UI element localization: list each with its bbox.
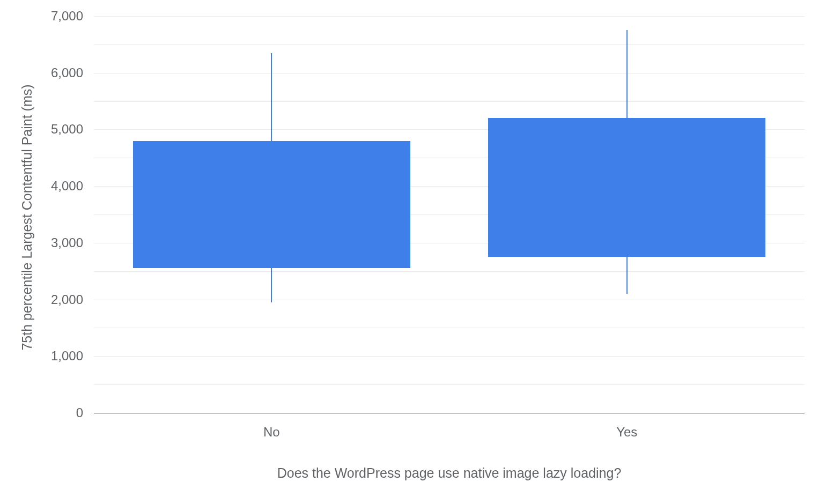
- whisker-lower: [271, 268, 272, 302]
- y-tick-label: 7,000: [51, 9, 94, 24]
- y-tick-label: 5,000: [51, 122, 94, 137]
- x-tick-label: Yes: [616, 413, 637, 440]
- gridline-major: [94, 73, 805, 73]
- y-tick-label: 1,000: [51, 349, 94, 364]
- box: [488, 118, 765, 257]
- y-axis-title: 75th percentile Largest Contentful Paint…: [19, 84, 35, 350]
- y-tick-label: 3,000: [51, 235, 94, 250]
- x-axis-title: Does the WordPress page use native image…: [94, 465, 805, 481]
- gridline-minor: [94, 271, 805, 272]
- y-tick-label: 0: [76, 405, 94, 420]
- gridline-major: [94, 16, 805, 17]
- chart-container: 75th percentile Largest Contentful Paint…: [0, 0, 826, 504]
- gridline-major: [94, 356, 805, 357]
- gridline-minor: [94, 384, 805, 385]
- whisker-upper: [626, 30, 628, 118]
- whisker-upper: [271, 53, 272, 141]
- box: [133, 141, 410, 269]
- plot-area: 01,0002,0003,0004,0005,0006,0007,000NoYe…: [94, 16, 805, 413]
- gridline-minor: [94, 328, 805, 328]
- gridline-minor: [94, 45, 805, 45]
- gridline-major: [94, 300, 805, 300]
- y-tick-label: 2,000: [51, 292, 94, 307]
- y-tick-label: 4,000: [51, 179, 94, 194]
- x-tick-label: No: [263, 413, 280, 440]
- gridline-minor: [94, 101, 805, 102]
- whisker-lower: [626, 257, 628, 294]
- x-axis-line: [94, 413, 805, 414]
- y-tick-label: 6,000: [51, 65, 94, 80]
- y-axis-title-wrap: 75th percentile Largest Contentful Paint…: [16, 0, 38, 434]
